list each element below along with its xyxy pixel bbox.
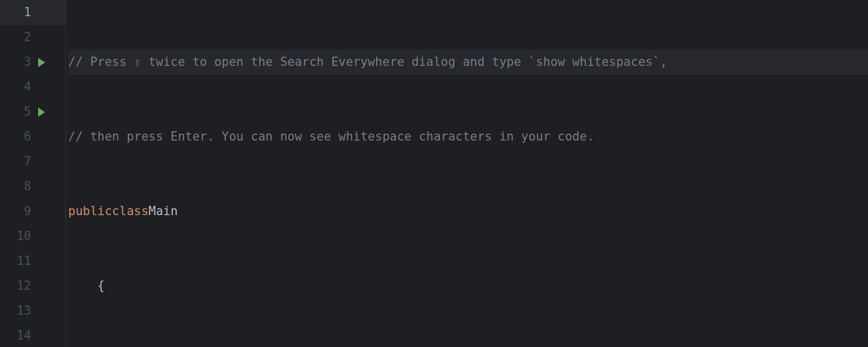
line-number: 11 — [0, 249, 36, 274]
class-name: Main — [149, 199, 178, 224]
line-number: 10 — [0, 224, 36, 249]
line-number: 9 — [0, 199, 36, 224]
keyword: class — [112, 199, 149, 224]
indent — [68, 274, 98, 298]
gutter-row[interactable]: 10 — [0, 224, 65, 249]
gutter-row[interactable]: 1 — [0, 0, 65, 25]
line-number: 12 — [0, 274, 36, 298]
line-number: 4 — [0, 75, 36, 99]
line-number: 2 — [0, 25, 36, 50]
gutter-row[interactable]: 3 — [0, 50, 65, 75]
code-line: { — [68, 274, 868, 298]
comment-text: // then press Enter. You can now see whi… — [68, 124, 594, 149]
line-number: 8 — [0, 174, 36, 199]
gutter-row[interactable]: 9 — [0, 199, 65, 224]
code-line: // Press ⇧ twice to open the Search Ever… — [68, 50, 868, 75]
code-content[interactable]: // Press ⇧ twice to open the Search Ever… — [66, 0, 868, 347]
run-icon[interactable] — [38, 58, 45, 67]
line-number: 3 — [0, 50, 36, 75]
gutter-row[interactable]: 8 — [0, 174, 65, 199]
line-number: 13 — [0, 298, 36, 323]
code-editor: 1 2 3 4 5 6 7 8 9 10 11 — [0, 0, 868, 347]
line-number: 14 — [0, 323, 36, 347]
editor-gutter: 1 2 3 4 5 6 7 8 9 10 11 — [0, 0, 66, 347]
brace: { — [98, 274, 105, 298]
gutter-row[interactable]: 11 — [0, 249, 65, 274]
comment-text: // Press ⇧ twice to open the Search Ever… — [68, 50, 667, 75]
run-icon[interactable] — [38, 108, 45, 117]
line-number: 6 — [0, 124, 36, 149]
gutter-row[interactable]: 12 — [0, 274, 65, 298]
code-line: public class Main — [68, 199, 868, 224]
gutter-row[interactable]: 5 — [0, 99, 65, 124]
gutter-row[interactable]: 7 — [0, 149, 65, 174]
gutter-row[interactable]: 13 — [0, 298, 65, 323]
gutter-row[interactable]: 14 — [0, 323, 65, 347]
line-number: 5 — [0, 99, 36, 124]
keyword: public — [68, 199, 112, 224]
code-line: // then press Enter. You can now see whi… — [68, 124, 868, 149]
line-number: 1 — [0, 0, 36, 25]
gutter-row[interactable]: 2 — [0, 25, 65, 50]
gutter-row[interactable]: 4 — [0, 75, 65, 99]
line-number: 7 — [0, 149, 36, 174]
gutter-row[interactable]: 6 — [0, 124, 65, 149]
